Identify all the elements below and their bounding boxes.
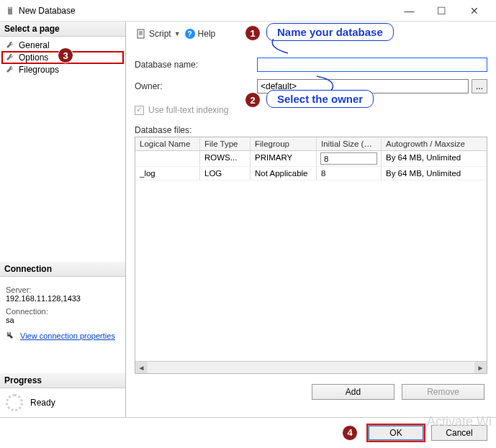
script-label: Script <box>149 29 171 39</box>
connection-value: sa <box>6 316 120 324</box>
minimize-button[interactable]: — <box>393 0 425 22</box>
cell-type: LOG <box>200 167 251 180</box>
files-label: Database files: <box>135 125 487 135</box>
connection-icon <box>6 332 16 340</box>
ok-highlight: OK <box>366 424 425 442</box>
maximize-button[interactable]: ☐ <box>425 0 458 22</box>
annotation-badge-4: 4 <box>342 425 358 441</box>
dbname-label: Database name: <box>135 60 257 70</box>
cell-size[interactable]: 8 <box>317 167 382 180</box>
annotation-badge-1: 1 <box>245 25 261 41</box>
database-name-input[interactable] <box>257 58 487 72</box>
chevron-down-icon: ▼ <box>174 30 181 37</box>
annotation-callout-1: Name your database <box>266 23 394 41</box>
database-icon <box>6 6 14 15</box>
connection-label: Connection: <box>6 307 120 316</box>
database-files-grid[interactable]: Logical Name File Type Filegroup Initial… <box>135 137 487 374</box>
annotation-callout-2: Select the owner <box>266 90 374 108</box>
progress-header: Progress <box>0 373 125 388</box>
remove-button: Remove <box>402 384 484 400</box>
fulltext-checkbox <box>135 106 144 115</box>
cell-size[interactable]: 8 <box>317 151 382 166</box>
scroll-right-icon[interactable]: ► <box>474 362 487 374</box>
script-icon <box>136 29 146 39</box>
col-initial-size[interactable]: Initial Size (MB) <box>317 137 382 150</box>
cell-growth: By 64 MB, Unlimited <box>382 167 487 180</box>
scroll-left-icon[interactable]: ◄ <box>135 362 148 374</box>
pages-header: Select a page <box>0 22 125 37</box>
nav-label: Filegroups <box>19 65 59 75</box>
cancel-button[interactable]: Cancel <box>431 425 487 441</box>
col-file-type[interactable]: File Type <box>200 137 251 150</box>
window-title: New Database <box>19 6 76 16</box>
cell-group: Not Applicable <box>251 167 317 180</box>
progress-spinner-icon <box>6 394 23 411</box>
svg-rect-1 <box>9 7 12 9</box>
owner-browse-button[interactable]: ... <box>472 79 487 93</box>
help-label: Help <box>198 29 216 39</box>
cell-growth: By 64 MB, Unlimited <box>382 151 487 166</box>
cell-name[interactable]: _log <box>135 167 200 180</box>
add-button[interactable]: Add <box>312 384 394 400</box>
col-logical-name[interactable]: Logical Name <box>135 137 200 150</box>
col-filegroup[interactable]: Filegroup <box>251 137 317 150</box>
svg-rect-2 <box>137 29 144 38</box>
nav-filegroups[interactable]: Filegroups <box>1 64 124 76</box>
view-connection-properties-link[interactable]: View connection properties <box>20 332 115 340</box>
titlebar: New Database — ☐ ✕ <box>0 0 496 22</box>
connection-info: Server: 192.168.11.128,1433 Connection: … <box>0 277 125 344</box>
fulltext-label: Use full-text indexing <box>148 105 228 115</box>
ok-button[interactable]: OK <box>368 425 424 441</box>
right-pane: Script ▼ ? Help Database name: Owner: ..… <box>126 22 496 417</box>
left-pane: Select a page General Options Filegroups… <box>0 22 126 417</box>
annotation-badge-3: 3 <box>58 47 73 63</box>
owner-label: Owner: <box>135 81 257 91</box>
cell-group: PRIMARY <box>251 151 317 166</box>
nav-label: Options <box>19 52 48 63</box>
progress-status: Ready <box>30 398 55 408</box>
table-row[interactable]: ROWS... PRIMARY 8 By 64 MB, Unlimited <box>135 151 487 167</box>
help-button[interactable]: ? Help <box>185 29 216 39</box>
progress-box: Ready <box>0 388 125 417</box>
horizontal-scrollbar[interactable]: ◄ ► <box>135 361 487 373</box>
wrench-icon <box>6 65 14 74</box>
connection-header: Connection <box>0 262 125 277</box>
wrench-icon <box>6 53 14 62</box>
col-autogrowth[interactable]: Autogrowth / Maxsize <box>382 137 487 150</box>
help-icon: ? <box>185 29 195 39</box>
table-row[interactable]: _log LOG Not Applicable 8 By 64 MB, Unli… <box>135 167 487 180</box>
server-label: Server: <box>6 285 120 294</box>
wrench-icon <box>6 41 14 50</box>
annotation-badge-2: 2 <box>245 92 261 108</box>
script-dropdown[interactable]: Script ▼ <box>136 29 181 39</box>
server-value: 192.168.11.128,1433 <box>6 294 120 303</box>
nav-label: General <box>19 40 50 50</box>
close-button[interactable]: ✕ <box>458 0 490 22</box>
dialog-footer: 4 OK Cancel <box>0 417 496 447</box>
cell-name[interactable] <box>135 151 200 166</box>
cell-type: ROWS... <box>200 151 251 166</box>
